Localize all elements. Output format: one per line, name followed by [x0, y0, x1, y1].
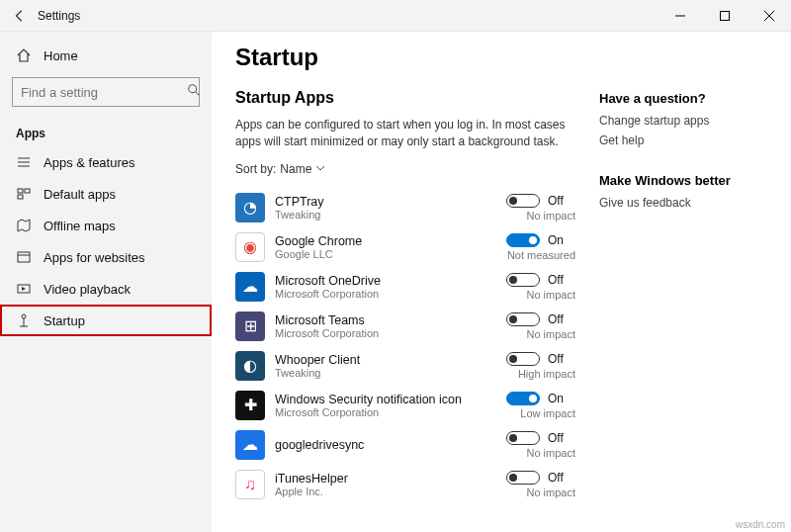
app-control: OffNo impact	[477, 431, 575, 459]
chevron-down-icon	[315, 162, 325, 176]
app-icon: ⊞	[235, 311, 265, 341]
app-meta: CTPTrayTweaking	[275, 195, 467, 221]
home-label: Home	[44, 48, 78, 63]
toggle-switch[interactable]	[506, 352, 540, 366]
app-name: Microsoft OneDrive	[275, 274, 467, 288]
defaults-icon	[16, 186, 32, 202]
app-row: ☁googledrivesyncOffNo impact	[235, 425, 575, 465]
svg-point-15	[22, 314, 26, 318]
app-publisher: Apple Inc.	[275, 486, 467, 497]
sort-by[interactable]: Sort by: Name	[235, 162, 575, 176]
nav-video-playback[interactable]: Video playback	[0, 273, 212, 305]
description: Apps can be configured to start when you…	[235, 117, 575, 150]
question-heading: Have a question?	[599, 91, 767, 106]
nav-label: Offline maps	[44, 219, 116, 233]
app-row: ⊞Microsoft TeamsMicrosoft CorporationOff…	[235, 307, 575, 346]
app-meta: Google ChromeGoogle LLC	[275, 234, 467, 260]
search-input[interactable]	[12, 77, 200, 107]
subtitle: Startup Apps	[235, 89, 575, 107]
svg-rect-12	[18, 252, 30, 262]
search-field[interactable]	[21, 85, 187, 100]
maximize-button[interactable]	[702, 0, 747, 32]
toggle-label: Off	[548, 352, 575, 366]
window-title: Settings	[38, 9, 80, 23]
app-row: ◉Google ChromeGoogle LLCOnNot measured	[235, 227, 575, 267]
app-icon: ◔	[235, 193, 265, 222]
nav-label: Video playback	[44, 282, 131, 297]
app-name: Microsoft Teams	[275, 313, 467, 327]
impact-label: No impact	[526, 289, 575, 301]
toggle-label: Off	[548, 273, 575, 287]
link-feedback[interactable]: Give us feedback	[599, 196, 767, 210]
toggle-switch[interactable]	[506, 273, 540, 287]
app-icon: ◉	[235, 232, 265, 262]
website-icon	[16, 249, 32, 265]
watermark: wsxdn.com	[736, 519, 785, 530]
list-icon	[16, 154, 32, 170]
minimize-button[interactable]	[658, 0, 702, 32]
nav-offline-maps[interactable]: Offline maps	[0, 210, 212, 241]
titlebar: Settings	[0, 0, 791, 32]
sort-value: Name	[280, 162, 311, 176]
app-icon: ✚	[235, 391, 265, 420]
svg-rect-10	[25, 189, 30, 193]
app-control: OnLow impact	[477, 392, 575, 419]
toggle-switch[interactable]	[506, 392, 540, 405]
toggle-label: Off	[548, 471, 575, 485]
app-publisher: Microsoft Corporation	[275, 327, 467, 339]
nav-label: Apps for websites	[44, 250, 145, 265]
impact-label: No impact	[526, 328, 575, 340]
app-icon: ☁	[235, 430, 265, 460]
close-button[interactable]	[747, 0, 791, 32]
nav-default-apps[interactable]: Default apps	[0, 178, 212, 210]
home-button[interactable]: Home	[0, 40, 212, 71]
nav-label: Default apps	[44, 187, 116, 202]
toggle-switch[interactable]	[506, 194, 540, 208]
toggle-switch[interactable]	[506, 233, 540, 247]
nav-apps-websites[interactable]: Apps for websites	[0, 241, 212, 273]
app-row: ◐Whooper ClientTweakingOffHigh impact	[235, 346, 575, 386]
toggle-label: Off	[548, 431, 575, 445]
nav-startup[interactable]: Startup	[0, 305, 212, 336]
toggle-label: On	[548, 233, 575, 247]
back-button[interactable]	[12, 8, 28, 24]
search-icon	[187, 83, 201, 101]
feedback-heading: Make Windows better	[599, 173, 767, 188]
app-control: OffHigh impact	[477, 352, 575, 380]
app-name: iTunesHelper	[275, 472, 467, 486]
toggle-switch[interactable]	[506, 471, 540, 485]
aside: Have a question? Change startup apps Get…	[599, 44, 767, 532]
nav-label: Apps & features	[44, 155, 135, 170]
app-meta: googledrivesync	[275, 438, 467, 452]
app-meta: Microsoft OneDriveMicrosoft Corporation	[275, 274, 467, 300]
link-change-startup[interactable]: Change startup apps	[599, 114, 767, 128]
sort-label: Sort by:	[235, 162, 276, 176]
impact-label: Low impact	[520, 407, 575, 419]
link-get-help[interactable]: Get help	[599, 133, 767, 147]
app-name: Google Chrome	[275, 234, 467, 248]
app-publisher: Microsoft Corporation	[275, 288, 467, 300]
app-row: ♫iTunesHelperApple Inc.OffNo impact	[235, 465, 575, 504]
app-name: googledrivesync	[275, 438, 467, 452]
sidebar: Home Apps Apps & features Default apps O…	[0, 32, 212, 532]
app-icon: ♫	[235, 470, 265, 499]
page-title: Startup	[235, 44, 575, 71]
svg-line-5	[196, 92, 200, 96]
app-meta: Microsoft TeamsMicrosoft Corporation	[275, 313, 467, 339]
svg-point-4	[189, 85, 197, 93]
toggle-switch[interactable]	[506, 431, 540, 445]
nav-apps-features[interactable]: Apps & features	[0, 146, 212, 178]
toggle-switch[interactable]	[506, 312, 540, 326]
section-label: Apps	[0, 117, 212, 146]
app-name: Whooper Client	[275, 353, 467, 367]
app-publisher: Microsoft Corporation	[275, 406, 467, 418]
app-control: OffNo impact	[477, 312, 575, 340]
impact-label: No impact	[526, 487, 575, 498]
app-meta: iTunesHelperApple Inc.	[275, 472, 467, 497]
startup-icon	[16, 312, 32, 328]
app-icon: ◐	[235, 351, 265, 381]
svg-rect-9	[18, 189, 23, 193]
svg-rect-11	[18, 195, 23, 199]
impact-label: Not measured	[507, 249, 575, 261]
app-name: CTPTray	[275, 195, 467, 209]
